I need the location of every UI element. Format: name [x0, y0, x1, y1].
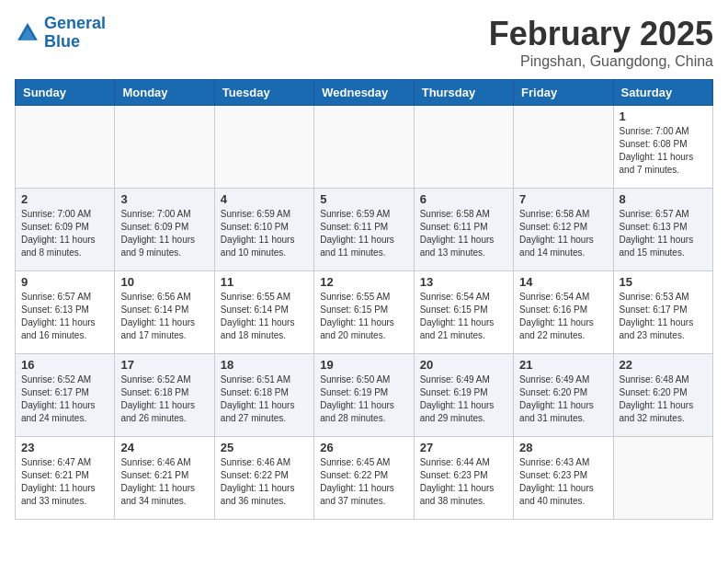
day-number: 20: [420, 358, 507, 372]
day-number: 16: [21, 358, 108, 372]
logo: General Blue: [15, 15, 106, 52]
day-number: 26: [320, 441, 407, 454]
day-number: 21: [519, 358, 607, 372]
day-info: Sunrise: 6:52 AM Sunset: 6:17 PM Dayligh…: [21, 373, 108, 425]
calendar-day-cell: 25Sunrise: 6:46 AM Sunset: 6:22 PM Dayli…: [214, 437, 313, 520]
calendar-day-cell: 19Sunrise: 6:50 AM Sunset: 6:19 PM Dayli…: [314, 354, 414, 437]
day-info: Sunrise: 6:45 AM Sunset: 6:22 PM Dayligh…: [320, 456, 407, 508]
day-info: Sunrise: 7:00 AM Sunset: 6:09 PM Dayligh…: [120, 208, 208, 259]
day-info: Sunrise: 6:49 AM Sunset: 6:20 PM Dayligh…: [519, 373, 607, 425]
calendar-day-cell: [414, 106, 513, 189]
calendar-day-cell: [16, 106, 115, 189]
calendar-week-row: 2Sunrise: 7:00 AM Sunset: 6:09 PM Daylig…: [16, 189, 713, 271]
calendar-day-cell: 22Sunrise: 6:48 AM Sunset: 6:20 PM Dayli…: [613, 354, 712, 437]
day-number: 22: [620, 358, 707, 372]
day-number: 9: [21, 275, 108, 289]
calendar-day-cell: 13Sunrise: 6:54 AM Sunset: 6:15 PM Dayli…: [414, 271, 513, 354]
day-info: Sunrise: 6:44 AM Sunset: 6:23 PM Dayligh…: [420, 456, 507, 508]
day-info: Sunrise: 6:54 AM Sunset: 6:15 PM Dayligh…: [420, 291, 507, 342]
calendar-day-cell: 26Sunrise: 6:45 AM Sunset: 6:22 PM Dayli…: [314, 437, 414, 520]
day-number: 2: [21, 192, 108, 206]
calendar-day-cell: 18Sunrise: 6:51 AM Sunset: 6:18 PM Dayli…: [214, 354, 313, 437]
logo-general: General: [44, 14, 106, 32]
day-info: Sunrise: 6:43 AM Sunset: 6:23 PM Dayligh…: [519, 456, 607, 508]
day-number: 1: [620, 109, 707, 123]
calendar-day-cell: [613, 437, 712, 520]
day-number: 4: [221, 192, 308, 206]
day-number: 28: [519, 441, 607, 454]
calendar-day-cell: 28Sunrise: 6:43 AM Sunset: 6:23 PM Dayli…: [514, 437, 613, 520]
day-info: Sunrise: 6:56 AM Sunset: 6:14 PM Dayligh…: [120, 291, 208, 342]
day-number: 15: [620, 275, 707, 289]
calendar-day-cell: [214, 106, 313, 189]
calendar-day-cell: 24Sunrise: 6:46 AM Sunset: 6:21 PM Dayli…: [115, 437, 214, 520]
day-info: Sunrise: 6:55 AM Sunset: 6:14 PM Dayligh…: [221, 291, 308, 342]
calendar-week-row: 1Sunrise: 7:00 AM Sunset: 6:08 PM Daylig…: [16, 106, 713, 189]
calendar-day-cell: 9Sunrise: 6:57 AM Sunset: 6:13 PM Daylig…: [16, 271, 115, 354]
calendar-header-tuesday: Tuesday: [214, 80, 313, 106]
day-number: 12: [320, 275, 407, 289]
calendar-table: SundayMondayTuesdayWednesdayThursdayFrid…: [15, 79, 713, 520]
calendar-day-cell: [514, 106, 613, 189]
day-info: Sunrise: 6:55 AM Sunset: 6:15 PM Dayligh…: [320, 291, 407, 342]
calendar-day-cell: 11Sunrise: 6:55 AM Sunset: 6:14 PM Dayli…: [214, 271, 313, 354]
day-number: 19: [320, 358, 407, 372]
calendar-header-friday: Friday: [514, 80, 613, 106]
day-info: Sunrise: 7:00 AM Sunset: 6:09 PM Dayligh…: [21, 208, 108, 259]
day-number: 3: [120, 192, 208, 206]
calendar-day-cell: 15Sunrise: 6:53 AM Sunset: 6:17 PM Dayli…: [613, 271, 712, 354]
day-number: 25: [221, 441, 308, 454]
calendar-day-cell: [314, 106, 414, 189]
day-info: Sunrise: 6:52 AM Sunset: 6:18 PM Dayligh…: [120, 373, 208, 425]
day-number: 14: [519, 275, 607, 289]
day-info: Sunrise: 6:50 AM Sunset: 6:19 PM Dayligh…: [320, 373, 407, 425]
calendar-day-cell: 16Sunrise: 6:52 AM Sunset: 6:17 PM Dayli…: [16, 354, 115, 437]
day-info: Sunrise: 6:58 AM Sunset: 6:11 PM Dayligh…: [420, 208, 507, 259]
title-area: February 2025 Pingshan, Guangdong, China: [489, 15, 713, 70]
day-info: Sunrise: 6:49 AM Sunset: 6:19 PM Dayligh…: [420, 373, 507, 425]
logo-icon: [15, 20, 40, 46]
calendar-header-sunday: Sunday: [16, 80, 115, 106]
day-info: Sunrise: 6:58 AM Sunset: 6:12 PM Dayligh…: [519, 208, 607, 259]
day-number: 5: [320, 192, 407, 206]
calendar-day-cell: 23Sunrise: 6:47 AM Sunset: 6:21 PM Dayli…: [16, 437, 115, 520]
day-info: Sunrise: 6:53 AM Sunset: 6:17 PM Dayligh…: [620, 291, 707, 342]
day-number: 27: [420, 441, 507, 454]
day-info: Sunrise: 6:46 AM Sunset: 6:22 PM Dayligh…: [221, 456, 308, 508]
calendar-day-cell: 8Sunrise: 6:57 AM Sunset: 6:13 PM Daylig…: [613, 189, 712, 271]
calendar-header-row: SundayMondayTuesdayWednesdayThursdayFrid…: [16, 80, 713, 106]
day-number: 18: [221, 358, 308, 372]
day-info: Sunrise: 7:00 AM Sunset: 6:08 PM Dayligh…: [620, 125, 707, 177]
day-info: Sunrise: 6:48 AM Sunset: 6:20 PM Dayligh…: [620, 373, 707, 425]
day-number: 17: [120, 358, 208, 372]
calendar-day-cell: 1Sunrise: 7:00 AM Sunset: 6:08 PM Daylig…: [613, 106, 712, 189]
logo-blue: Blue: [44, 32, 80, 51]
logo-text: General Blue: [44, 15, 106, 52]
calendar-day-cell: 5Sunrise: 6:59 AM Sunset: 6:11 PM Daylig…: [314, 189, 414, 271]
day-number: 13: [420, 275, 507, 289]
calendar-day-cell: 4Sunrise: 6:59 AM Sunset: 6:10 PM Daylig…: [214, 189, 313, 271]
day-info: Sunrise: 6:54 AM Sunset: 6:16 PM Dayligh…: [519, 291, 607, 342]
calendar-day-cell: [115, 106, 214, 189]
day-number: 6: [420, 192, 507, 206]
calendar-day-cell: 3Sunrise: 7:00 AM Sunset: 6:09 PM Daylig…: [115, 189, 214, 271]
day-number: 7: [519, 192, 607, 206]
calendar-day-cell: 21Sunrise: 6:49 AM Sunset: 6:20 PM Dayli…: [514, 354, 613, 437]
page-header: General Blue February 2025 Pingshan, Gua…: [15, 15, 713, 70]
day-number: 11: [221, 275, 308, 289]
day-number: 23: [21, 441, 108, 454]
day-info: Sunrise: 6:51 AM Sunset: 6:18 PM Dayligh…: [221, 373, 308, 425]
day-number: 8: [620, 192, 707, 206]
day-info: Sunrise: 6:59 AM Sunset: 6:10 PM Dayligh…: [221, 208, 308, 259]
calendar-day-cell: 14Sunrise: 6:54 AM Sunset: 6:16 PM Dayli…: [514, 271, 613, 354]
day-info: Sunrise: 6:57 AM Sunset: 6:13 PM Dayligh…: [21, 291, 108, 342]
day-number: 24: [120, 441, 208, 454]
subtitle: Pingshan, Guangdong, China: [489, 53, 713, 70]
calendar-header-wednesday: Wednesday: [314, 80, 414, 106]
main-title: February 2025: [489, 15, 713, 53]
calendar-day-cell: 7Sunrise: 6:58 AM Sunset: 6:12 PM Daylig…: [514, 189, 613, 271]
calendar-day-cell: 2Sunrise: 7:00 AM Sunset: 6:09 PM Daylig…: [16, 189, 115, 271]
day-info: Sunrise: 6:47 AM Sunset: 6:21 PM Dayligh…: [21, 456, 108, 508]
calendar-header-thursday: Thursday: [414, 80, 513, 106]
day-info: Sunrise: 6:57 AM Sunset: 6:13 PM Dayligh…: [620, 208, 707, 259]
